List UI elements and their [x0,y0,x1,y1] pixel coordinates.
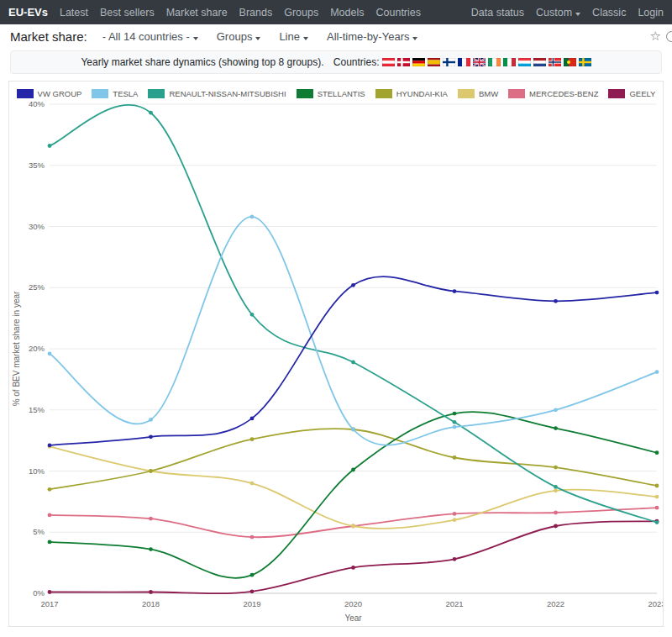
data-point-mercedes-benz[interactable] [554,511,558,515]
data-point-vw-group[interactable] [48,444,52,448]
data-point-bmw[interactable] [554,488,558,492]
data-point-vw-group[interactable] [250,417,255,421]
legend-swatch [375,89,392,98]
data-point-mercedes-benz[interactable] [149,517,153,521]
data-point-renault-nissan-mitsubishi[interactable] [351,361,355,365]
flag-spain-icon [428,58,440,66]
series-line-bmw[interactable] [50,446,657,529]
chevron-down-icon [255,37,260,40]
data-point-renault-nissan-mitsubishi[interactable] [554,485,558,489]
legend-item-renault-nissan-mitsubishi[interactable]: RENAULT-NISSAN-MITSUBISHI [148,89,286,98]
data-point-hyundai-kia[interactable] [149,469,153,473]
data-point-stellantis[interactable] [250,573,255,577]
data-point-tesla[interactable] [655,370,659,374]
data-point-hyundai-kia[interactable] [655,484,659,488]
series-line-tesla[interactable] [50,217,657,445]
x-tick-label: 2023 [648,599,663,608]
legend-item-vw-group[interactable]: VW GROUP [17,89,82,98]
legend-item-bmw[interactable]: BMW [458,89,498,98]
nav-item-groups[interactable]: Groups [284,7,318,18]
nav-item-market-share[interactable]: Market share [166,7,228,18]
data-point-bmw[interactable] [351,524,355,529]
data-point-tesla[interactable] [554,408,558,412]
brand-logo[interactable]: EU-EVs [8,6,48,18]
data-point-vw-group[interactable] [655,291,659,295]
data-point-tesla[interactable] [453,425,457,429]
data-point-mercedes-benz[interactable] [655,506,659,510]
series-line-renault-nissan-mitsubishi[interactable] [50,105,657,523]
data-point-geely[interactable] [149,590,153,594]
nav-item-login[interactable]: Login [638,7,664,18]
series-line-mercedes-benz[interactable] [50,508,657,537]
y-tick-label: 40% [29,101,45,108]
data-point-vw-group[interactable] [453,289,457,293]
data-point-tesla[interactable] [351,428,355,432]
y-tick-label: 10% [29,466,45,476]
chart-svg: 0%5%10%15%20%25%30%35%40%201720182019202… [9,101,663,626]
legend-item-hyundai-kia[interactable]: HYUNDAI-KIA [375,89,448,98]
nav-item-classic[interactable]: Classic [592,7,626,18]
data-point-bmw[interactable] [453,518,457,522]
data-point-stellantis[interactable] [149,547,153,551]
data-point-mercedes-benz[interactable] [250,535,255,540]
data-point-hyundai-kia[interactable] [453,455,457,460]
legend-item-stellantis[interactable]: STELLANTIS [297,89,365,98]
nav-item-brands[interactable]: Brands [239,7,273,18]
nav-item-best-sellers[interactable]: Best sellers [100,7,155,18]
data-point-geely[interactable] [250,589,255,593]
data-point-stellantis[interactable] [48,540,52,545]
data-point-renault-nissan-mitsubishi[interactable] [48,144,52,148]
nav-item-custom[interactable]: Custom [536,7,580,18]
nav-item-label: Login [638,7,664,18]
star-icon[interactable]: ☆ [650,30,661,43]
data-point-renault-nissan-mitsubishi[interactable] [149,111,153,115]
nav-item-models[interactable]: Models [330,7,364,18]
data-point-bmw[interactable] [250,482,255,486]
legend-swatch [608,89,625,98]
data-point-tesla[interactable] [149,418,153,422]
data-point-vw-group[interactable] [554,299,558,303]
data-point-hyundai-kia[interactable] [554,466,558,470]
flag-italy-icon [503,58,516,66]
dropdown-all-14-countries[interactable]: - All 14 countries - [102,30,198,43]
nav-item-data-status[interactable]: Data status [471,7,524,18]
data-point-stellantis[interactable] [351,468,355,472]
data-point-geely[interactable] [453,557,457,561]
navbar-items: LatestBest sellersMarket shareBrandsGrou… [60,7,433,18]
data-point-renault-nissan-mitsubishi[interactable] [655,520,659,524]
help-circle-icon[interactable] [666,31,672,42]
data-point-mercedes-benz[interactable] [453,512,457,516]
toolbar-icons: ☆ [650,30,662,43]
data-point-geely[interactable] [351,566,355,570]
data-point-renault-nissan-mitsubishi[interactable] [453,420,457,424]
data-point-vw-group[interactable] [351,283,355,287]
data-point-vw-group[interactable] [149,434,153,439]
dropdown-line[interactable]: Line [279,30,308,43]
series-line-stellantis[interactable] [50,412,657,578]
y-tick-label: 15% [29,405,45,414]
data-point-geely[interactable] [554,524,558,529]
nav-item-latest[interactable]: Latest [60,7,88,18]
data-point-geely[interactable] [48,590,52,594]
nav-item-countries[interactable]: Countries [376,7,422,18]
data-point-tesla[interactable] [250,215,255,219]
legend-item-tesla[interactable]: TESLA [92,89,138,98]
x-tick-label: 2020 [344,599,362,608]
data-point-stellantis[interactable] [655,450,659,455]
data-point-bmw[interactable] [655,495,659,499]
dropdown-groups[interactable]: Groups [217,30,261,43]
legend-item-geely[interactable]: GEELY [608,89,655,98]
y-tick-label: 30% [29,222,45,231]
dropdown-label: All-time-by-Years [327,30,410,43]
data-point-stellantis[interactable] [554,426,558,430]
nav-item-label: Custom [536,7,572,18]
data-point-renault-nissan-mitsubishi[interactable] [250,313,255,317]
data-point-mercedes-benz[interactable] [48,513,52,518]
dropdown-all-time-by-years[interactable]: All-time-by-Years [327,30,418,43]
data-point-tesla[interactable] [48,351,52,355]
data-point-hyundai-kia[interactable] [250,437,255,441]
data-point-hyundai-kia[interactable] [48,487,52,492]
legend-item-mercedes-benz[interactable]: MERCEDES-BENZ [508,89,598,98]
chevron-down-icon [412,37,417,40]
data-point-stellantis[interactable] [453,412,457,416]
